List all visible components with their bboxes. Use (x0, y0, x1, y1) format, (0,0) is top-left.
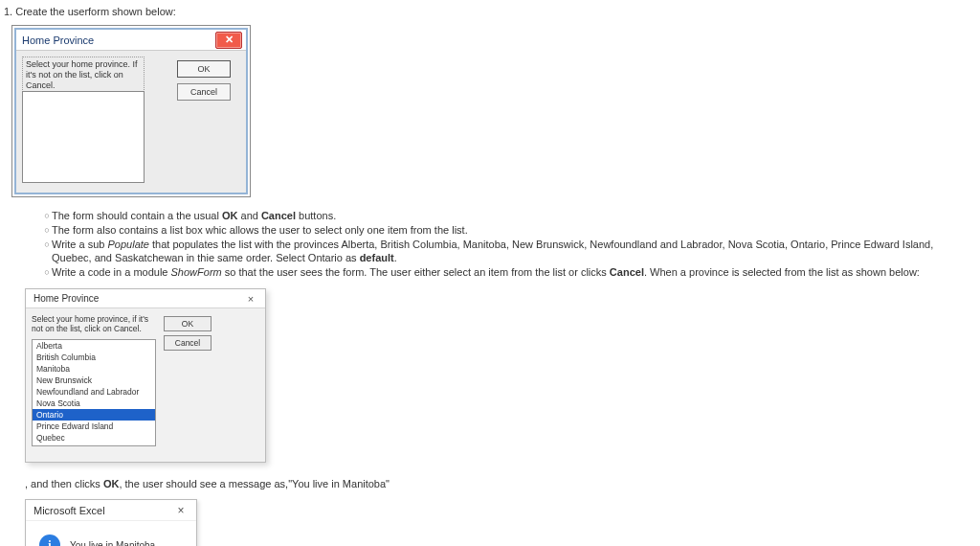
list-item[interactable]: Ontario (33, 409, 155, 421)
text: Write a sub (52, 239, 108, 250)
text-bold: Cancel (610, 266, 644, 278)
requirements-list: ○ The form should contain a the usual OK… (42, 209, 970, 279)
text-italic: ShowForm (171, 266, 222, 278)
text-italic: Populate (108, 239, 149, 250)
close-icon[interactable]: × (240, 291, 261, 307)
question-heading: 1. Create the userform shown below: (4, 6, 970, 17)
text: . (394, 252, 397, 263)
text: The form should contain a the usual (52, 210, 222, 221)
text: , and then clicks (25, 478, 103, 489)
list-item: ○ The form should contain a the usual OK… (42, 209, 970, 222)
text-bold: default (360, 252, 394, 263)
list-item[interactable]: Alberta (33, 340, 155, 352)
ok-button[interactable]: OK (164, 316, 212, 331)
text: Write a code in a module (52, 266, 171, 278)
runtime-userform: Home Province × Select your home provinc… (25, 288, 266, 463)
list-item: ○ Write a sub Populate that populates th… (42, 238, 970, 264)
msgbox-body: i You live in Manitoba. (26, 521, 196, 546)
list-item[interactable]: Newfoundland and Labrador (33, 386, 155, 398)
runtime-body: Select your home province, if it's not o… (26, 308, 265, 462)
message-box: Microsoft Excel × i You live in Manitoba… (25, 499, 197, 546)
bullet-icon: ○ (42, 238, 52, 251)
runtime-instruction-label: Select your home province, if it's not o… (32, 314, 156, 333)
info-icon: i (39, 535, 60, 546)
list-item: ○ Write a code in a module ShowForm so t… (42, 265, 970, 279)
list-item[interactable]: Quebec (33, 432, 155, 444)
designer-title: Home Province (22, 34, 192, 46)
list-item[interactable]: British Columbia (33, 352, 155, 363)
text-bold: OK (103, 478, 120, 489)
text: . When a province is selected from the l… (644, 266, 920, 278)
msgbox-text: You live in Manitoba. (70, 540, 158, 547)
list-item: ○ The form also contains a list box whic… (42, 223, 970, 237)
text: so that the user sees the form. The user… (222, 266, 610, 278)
text: The form also contains a list box whic a… (52, 223, 970, 237)
designer-instruction-label: Select your home province. If it's not o… (22, 57, 145, 94)
text: , the user should see a message as,"You … (119, 478, 390, 489)
text: buttons. (296, 210, 336, 221)
text-bold: OK (222, 210, 238, 221)
bullet-icon: ○ (42, 209, 52, 222)
close-icon[interactable]: × (171, 504, 190, 517)
list-item[interactable]: New Brunswick (33, 375, 155, 386)
cancel-button[interactable]: Cancel (164, 335, 212, 351)
designer-userform: Home Province ✕ Select your home provinc… (11, 25, 251, 197)
runtime-title: Home Province (33, 293, 240, 304)
interstitial-text: , and then clicks OK, the user should se… (25, 478, 970, 489)
cancel-button[interactable]: Cancel (177, 83, 231, 101)
list-item[interactable]: Saskatchewan (33, 444, 155, 446)
text: and (237, 210, 260, 221)
designer-listbox[interactable] (22, 91, 145, 183)
text-bold: Cancel (261, 210, 296, 221)
list-item[interactable]: Manitoba (33, 363, 155, 375)
list-item[interactable]: Prince Edward Island (33, 421, 155, 432)
designer-body: Select your home province. If it's not o… (16, 51, 246, 193)
province-listbox[interactable]: AlbertaBritish ColumbiaManitobaNew Bruns… (32, 339, 156, 446)
msgbox-title: Microsoft Excel (33, 505, 171, 516)
ok-button[interactable]: OK (177, 60, 231, 78)
designer-titlebar: Home Province ✕ (16, 30, 246, 51)
text: that populates the list with the provinc… (52, 239, 933, 263)
list-item[interactable]: Nova Scotia (33, 398, 155, 409)
bullet-icon: ○ (42, 265, 52, 279)
msgbox-titlebar: Microsoft Excel × (26, 500, 196, 521)
close-icon[interactable]: ✕ (215, 32, 242, 49)
runtime-titlebar: Home Province × (26, 289, 265, 308)
bullet-icon: ○ (42, 223, 52, 237)
